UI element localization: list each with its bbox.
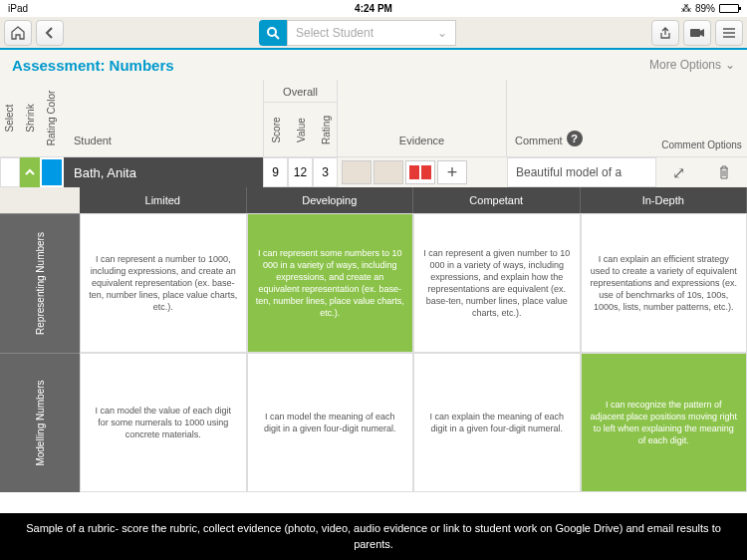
rubric-cell[interactable]: I can represent some numbers to 10 000 i… (247, 213, 414, 353)
level-header: Competant (413, 187, 581, 213)
level-header: In-Depth (581, 187, 748, 213)
home-button[interactable] (4, 20, 32, 46)
camera-button[interactable] (683, 20, 711, 46)
menu-button[interactable] (715, 20, 743, 46)
device-label: iPad (8, 3, 28, 14)
rubric-cell[interactable]: I can explain the meaning of each digit … (413, 353, 581, 492)
share-button[interactable] (651, 20, 679, 46)
level-header: Developing (247, 187, 414, 213)
rating-color-swatch[interactable] (40, 157, 64, 187)
collapse-button[interactable] (20, 157, 40, 187)
evidence-thumb[interactable] (342, 160, 372, 184)
rubric-cell[interactable]: I can recognize the pattern of adjacent … (581, 353, 748, 492)
rubric-cell[interactable]: I can model the value of each digit for … (80, 353, 247, 492)
rubric-cell[interactable]: I can represent a given number to 10 000… (413, 213, 581, 353)
student-select-placeholder: Select Student (296, 26, 374, 40)
comment-field[interactable]: Beautiful model of a (507, 157, 656, 187)
back-button[interactable] (36, 20, 64, 46)
col-value: Value (296, 118, 307, 142)
more-options-button[interactable]: More Options ⌄ (649, 58, 735, 72)
rubric-cell[interactable]: I can represent a number to 1000, includ… (80, 213, 247, 353)
svg-line-1 (275, 35, 279, 39)
col-evidence: Evidence (338, 80, 507, 156)
rubric-cell[interactable]: I can explain an efficient strategy used… (581, 213, 748, 353)
chevron-down-icon: ⌄ (725, 58, 735, 72)
evidence-thumb[interactable] (405, 160, 435, 184)
battery-percent: 89% (695, 3, 715, 14)
trash-icon[interactable] (715, 163, 733, 181)
expand-icon[interactable]: ⤢ (670, 163, 688, 181)
caption: Sample of a rubric- score the rubric, co… (0, 513, 747, 560)
battery-icon (719, 4, 739, 13)
svg-rect-2 (690, 29, 700, 37)
evidence-cell: + (338, 157, 507, 187)
search-button[interactable] (259, 20, 287, 46)
add-evidence-button[interactable]: + (437, 160, 467, 184)
student-name[interactable]: Bath, Anita (64, 157, 263, 187)
page-title: Assessment: Numbers (12, 57, 174, 74)
col-rating: Rating (321, 116, 332, 144)
help-icon[interactable]: ? (567, 131, 583, 146)
col-comment: Comment (515, 135, 563, 146)
bluetooth-icon: ⁂ (681, 3, 691, 14)
evidence-thumb[interactable] (374, 160, 403, 184)
select-checkbox[interactable] (0, 157, 20, 187)
rating-value: 3 (313, 157, 338, 187)
clock: 4:24 PM (355, 3, 392, 14)
col-score: Score (271, 117, 282, 142)
col-select: Select (5, 105, 16, 133)
svg-point-0 (268, 28, 276, 36)
chevron-down-icon: ⌄ (437, 26, 447, 40)
score-value: 9 (263, 157, 288, 187)
col-student: Student (64, 80, 263, 156)
rubric-cell[interactable]: I can model the meaning of each digit in… (247, 353, 414, 492)
criterion-label: Representing Numbers (0, 213, 80, 353)
col-rating-color: Rating Color (47, 91, 58, 146)
level-header: Limited (80, 187, 247, 213)
criterion-label: Modelling Numbers (0, 353, 80, 492)
col-overall: Overall (264, 86, 337, 103)
student-select[interactable]: Select Student ⌄ (287, 20, 456, 46)
col-comment-options: Comment Options (661, 140, 742, 150)
col-shrink: Shrink (25, 104, 36, 132)
value-value: 12 (288, 157, 313, 187)
